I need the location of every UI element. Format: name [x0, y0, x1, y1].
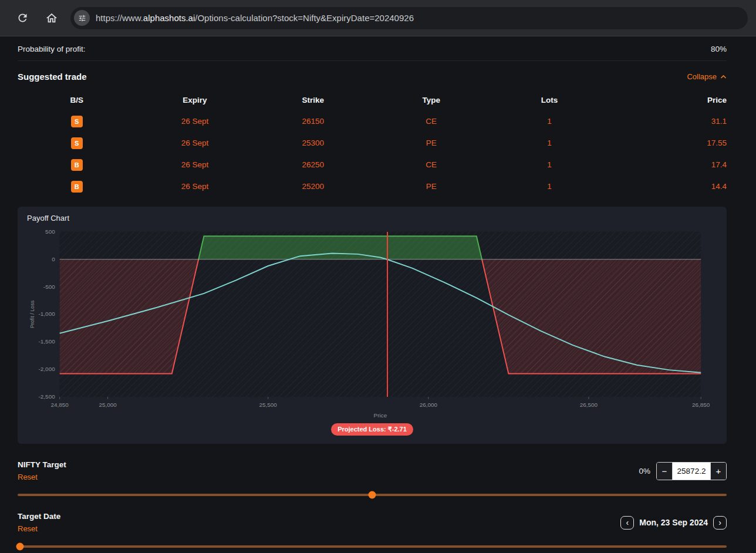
svg-text:26,850: 26,850 — [692, 402, 710, 408]
table-row-0-price: 31.1 — [609, 110, 727, 132]
table-row-3-bs: B — [18, 176, 136, 197]
table-row-3-type: PE — [372, 176, 490, 197]
table-row-1-lots: 1 — [490, 132, 608, 154]
nifty-target-decrement-button[interactable]: − — [657, 463, 672, 480]
target-date-controls: ‹ Mon, 23 Sep 2024 › — [620, 516, 727, 530]
col-header-bs: B/S — [18, 92, 136, 110]
previous-date-button[interactable]: ‹ — [620, 516, 634, 530]
table-row-3-lots: 1 — [490, 176, 608, 197]
svg-text:0: 0 — [52, 256, 55, 262]
table-row-3-expiry: 26 Sept — [136, 176, 254, 197]
collapse-label: Collapse — [687, 72, 717, 81]
projected-loss-badge: Projected Loss: ₹-2.71 — [331, 423, 413, 436]
target-date-block: Target Date Reset ‹ Mon, 23 Sep 2024 › — [18, 512, 727, 534]
table-row-0-expiry: 26 Sept — [136, 110, 254, 132]
payoff-chart-title: Payoff Chart — [27, 214, 717, 222]
table-row-2-bs: B — [18, 154, 136, 176]
nifty-target-label: NIFTY Target — [18, 460, 66, 469]
browser-toolbar: https://www.alphashots.ai/Options-calcul… — [0, 0, 756, 36]
nifty-target-reset-link[interactable]: Reset — [18, 473, 38, 481]
svg-text:Profit / Loss: Profit / Loss — [29, 300, 35, 328]
url-bar[interactable]: https://www.alphashots.ai/Options-calcul… — [70, 7, 748, 29]
svg-text:-2,000: -2,000 — [39, 366, 56, 372]
svg-text:-2,500: -2,500 — [39, 393, 56, 400]
svg-text:24,850: 24,850 — [50, 402, 69, 408]
suggested-trade-table: B/S Expiry Strike Type Lots Price S 26 S… — [18, 92, 727, 197]
nifty-target-slider-thumb[interactable] — [369, 491, 376, 498]
payoff-chart-panel: Payoff Chart 24,85025,00025,50026,00026,… — [18, 207, 727, 444]
target-date-label: Target Date — [18, 512, 60, 521]
next-date-button[interactable]: › — [713, 516, 727, 530]
col-header-type: Type — [372, 92, 490, 110]
nifty-target-stepper: − 25872.2 + — [656, 462, 727, 480]
reload-icon — [16, 12, 29, 24]
table-row-1-price: 17.55 — [609, 132, 727, 154]
col-header-expiry: Expiry — [136, 92, 254, 110]
probability-value: 80% — [711, 45, 727, 53]
sell-badge: S — [71, 137, 83, 149]
url-path: /Options-calculation?stock=Nifty&ExpiryD… — [195, 13, 414, 23]
table-row-0-lots: 1 — [490, 110, 608, 132]
target-date-value: Mon, 23 Sep 2024 — [639, 518, 708, 527]
table-row-2-strike: 26250 — [254, 154, 372, 176]
col-header-price: Price — [609, 92, 727, 110]
svg-text:25,000: 25,000 — [99, 402, 117, 408]
payoff-chart: 24,85025,00025,50026,00026,50026,8505000… — [27, 226, 717, 420]
col-header-lots: Lots — [490, 92, 608, 110]
svg-text:Price: Price — [374, 412, 387, 419]
table-row-1-strike: 25300 — [254, 132, 372, 154]
nifty-target-increment-button[interactable]: + — [711, 463, 726, 480]
target-date-reset-link[interactable]: Reset — [18, 524, 38, 533]
nifty-target-value[interactable]: 25872.2 — [672, 463, 711, 480]
collapse-button[interactable]: Collapse — [687, 72, 727, 81]
chevron-right-icon: › — [718, 518, 721, 527]
target-date-slider[interactable] — [18, 542, 727, 551]
target-date-slider-track[interactable] — [18, 545, 727, 548]
svg-text:-500: -500 — [43, 284, 55, 290]
suggested-trade-title: Suggested trade — [18, 72, 87, 82]
table-row-0-bs: S — [18, 110, 136, 132]
buy-badge: B — [71, 159, 83, 171]
url-domain: alphashots.ai — [143, 13, 195, 23]
table-row-3-price: 14.4 — [609, 176, 727, 197]
svg-text:26,500: 26,500 — [580, 402, 598, 408]
buy-badge: B — [71, 181, 83, 193]
url-text: https://www.alphashots.ai/Options-calcul… — [96, 13, 414, 23]
suggested-trade-header: Suggested trade Collapse — [18, 72, 727, 82]
table-row-1-expiry: 26 Sept — [136, 132, 254, 154]
svg-text:25,500: 25,500 — [259, 402, 278, 408]
svg-text:26,000: 26,000 — [420, 402, 438, 408]
col-header-strike: Strike — [254, 92, 372, 110]
svg-text:500: 500 — [45, 228, 55, 235]
table-row-0-strike: 26150 — [254, 110, 372, 132]
nifty-target-slider[interactable] — [18, 491, 727, 499]
nifty-target-percent: 0% — [639, 467, 650, 476]
table-row-2-price: 17.4 — [609, 154, 727, 176]
sell-badge: S — [71, 116, 83, 127]
site-settings-icon[interactable] — [74, 10, 90, 26]
reload-button[interactable] — [12, 8, 33, 29]
table-row-2-lots: 1 — [490, 154, 608, 176]
chevron-left-icon: ‹ — [626, 518, 629, 527]
table-row-2-type: CE — [372, 154, 490, 176]
target-date-slider-thumb[interactable] — [16, 542, 23, 550]
table-row-3-strike: 25200 — [254, 176, 372, 197]
svg-text:-1,500: -1,500 — [39, 338, 56, 345]
nifty-target-block: NIFTY Target Reset 0% − 25872.2 + — [18, 460, 727, 482]
probability-label: Probability of profit: — [18, 45, 86, 53]
home-button[interactable] — [41, 8, 62, 29]
probability-row: Probability of profit: 80% — [18, 36, 727, 61]
table-row-1-type: PE — [372, 132, 490, 154]
table-row-1-bs: S — [18, 132, 136, 154]
table-row-0-type: CE — [372, 110, 490, 132]
url-scheme: https://www. — [96, 13, 143, 23]
table-row-2-expiry: 26 Sept — [136, 154, 254, 176]
home-icon — [45, 12, 58, 25]
svg-text:-1,000: -1,000 — [39, 311, 56, 317]
chevron-up-icon — [720, 72, 727, 81]
